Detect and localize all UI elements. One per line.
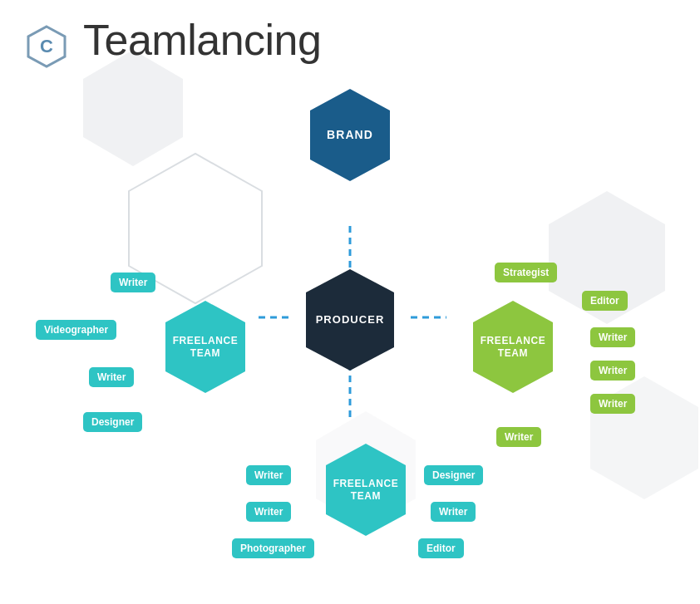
tag-left-designer: Designer: [83, 412, 142, 432]
team-bottom-label: FREELANCETEAM: [333, 478, 399, 502]
page-title: Teamlancing: [83, 15, 321, 65]
tag-left-videographer: Videographer: [36, 320, 116, 340]
team-bottom-node: FREELANCETEAM: [324, 442, 407, 538]
team-left-label: FREELANCETEAM: [173, 335, 239, 359]
svg-marker-0: [83, 50, 183, 166]
brand-node: BRAND: [308, 87, 392, 183]
tag-bottom-editor: Editor: [418, 538, 464, 558]
tag-right-strategist: Strategist: [495, 263, 557, 282]
tag-right-editor: Editor: [582, 291, 628, 311]
tag-bottom-photographer: Photographer: [232, 538, 314, 558]
svg-text:C: C: [40, 36, 53, 56]
tag-bottom-writer-1: Writer: [246, 465, 291, 485]
producer-node: PRODUCER: [304, 268, 396, 372]
tag-right-writer-3: Writer: [590, 394, 635, 414]
tag-right-writer-2: Writer: [590, 361, 635, 381]
tag-bottom-designer: Designer: [424, 465, 483, 485]
producer-label: PRODUCER: [316, 313, 385, 327]
team-right-label: FREELANCETEAM: [481, 335, 546, 359]
tag-left-writer-2: Writer: [89, 367, 134, 387]
logo-icon: C: [25, 25, 68, 68]
tag-left-writer-1: Writer: [111, 273, 155, 292]
team-right-node: FREELANCETEAM: [471, 299, 555, 395]
tag-bottom-writer-2: Writer: [246, 502, 291, 522]
tag-right-writer-4: Writer: [496, 427, 541, 447]
brand-label: BRAND: [327, 128, 373, 142]
tag-bottom-writer-3: Writer: [431, 502, 476, 522]
team-left-node: FREELANCETEAM: [164, 299, 247, 395]
tag-right-writer-1: Writer: [590, 327, 635, 347]
